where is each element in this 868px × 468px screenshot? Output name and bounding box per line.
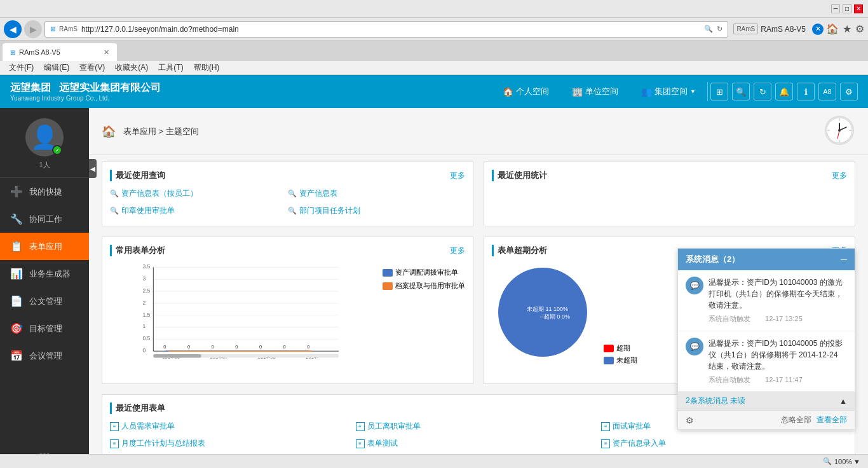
bar-chart-svg: 3.5 3 2.5 2 1.5 1 0.5 0 [110,261,376,363]
form-item-1[interactable]: ≡ 员工离职审批单 [356,419,602,434]
recent-query-title: 最近使用查询 [110,170,165,181]
form-item-3[interactable]: ≡ 月度工作计划与总结报表 [110,436,356,451]
menu-file[interactable]: 文件(F) [4,62,39,73]
personal-space-nav[interactable]: 🏠 个人空间 [494,82,558,101]
form-item-4[interactable]: ≡ 表单测试 [356,436,602,451]
form-icon-2: ≡ [601,422,610,431]
info-tool-icon[interactable]: ℹ [797,83,815,100]
sidebar-item-xietong[interactable]: 🔧 协同工作 [0,205,89,233]
xietong-label: 协同工作 [29,214,62,225]
sidebar-item-gongwen[interactable]: 📄 公文管理 [0,287,89,315]
active-tab[interactable]: ⊞ RAmS A8-V5 ✕ [3,43,117,61]
forward-button[interactable]: ▶ [24,20,42,38]
home-browser-icon[interactable]: 🏠 [826,23,839,35]
sys-msg-avatar-0: 💬 [686,277,703,294]
address-bar[interactable]: ⊞ RAmS http://127.0.0.1/seeyon/main.do?m… [44,21,728,38]
chart-more[interactable]: 更多 [450,245,465,256]
app-main: 👤 ✓ 1人 ◀ ➕ 我的快捷 🔧 协同工作 📋 [0,108,868,468]
bell-tool-icon[interactable]: 🔔 [775,83,793,100]
favorites-icon[interactable]: ★ [843,23,851,35]
sidebar-toggle[interactable]: ◀ [89,159,97,178]
svg-text:3.5: 3.5 [142,263,150,270]
menu-help[interactable]: 帮助(H) [189,62,225,73]
form-icon-1: ≡ [356,422,365,431]
sys-msg-meta-1: 系统自动触发 12-17 11:47 [709,375,847,385]
tab-favicon-label: RAmS [733,24,758,34]
refresh-tool-icon[interactable]: ↻ [754,83,771,100]
status-bar: 🔍 100% ▼ [0,454,868,468]
a8-tool-icon[interactable]: A8 [818,83,836,100]
tab-close-icon[interactable]: ✕ [104,48,109,57]
recent-query-more[interactable]: 更多 [450,170,465,181]
sys-msg-unread-count: 2条系统消息 未读 [686,396,745,406]
svg-text:2: 2 [142,299,146,306]
yewu-label: 业务生成器 [29,268,71,280]
online-indicator: ✓ [52,145,62,155]
gongwen-label: 公文管理 [29,296,62,307]
biaodan-label: 表单应用 [29,241,62,252]
query-item-2[interactable]: 🔍 印章使用审批单 [110,203,288,218]
zoom-level: 100% [834,458,852,465]
grid-tool-icon[interactable]: ⊞ [710,83,728,100]
unit-space-nav[interactable]: 🏢 单位空间 [563,82,627,101]
search-tool-icon[interactable]: 🔍 [732,83,750,100]
svg-text:0: 0 [307,344,309,350]
sys-msg-close-button[interactable]: ─ [841,254,847,265]
menu-tools[interactable]: 工具(T) [153,62,188,73]
query-label-0: 资产信息表（按员工） [121,188,198,199]
svg-text:0: 0 [163,344,166,350]
sys-msg-content-1: 温馨提示：资产ID为 101040005 的投影仪（共1台）的保修期将于 201… [709,338,847,385]
recent-forms-title: 最近使用表单 [110,403,165,414]
sys-msg-ignore-button[interactable]: 忽略全部 [781,415,811,425]
breadcrumb-home-icon[interactable]: 🏠 [102,125,116,139]
recent-query-section: 最近使用查询 更多 🔍 资产信息表（按员工） 🔍 资产信息表 [102,162,473,226]
sys-msg-avatar-icon-1: 💬 [690,342,700,351]
group-space-label: 集团空间 [654,86,688,97]
close-tab-button[interactable]: ✕ [812,24,824,35]
close-button[interactable]: ✕ [854,4,863,13]
svg-text:未超期 11 100%: 未超期 11 100% [527,306,568,312]
sidebar-item-mubiao[interactable]: 🎯 目标管理 [0,315,89,342]
sys-msg-avatar-1: 💬 [686,338,703,355]
maximize-button[interactable]: □ [843,4,851,13]
menu-favorites[interactable]: 收藏夹(A) [110,62,153,73]
svg-text:0: 0 [259,344,262,350]
zoom-chevron[interactable]: ▼ [853,458,860,465]
biaodan-icon: 📋 [10,240,23,252]
sys-msg-expand-icon[interactable]: ▲ [839,397,847,406]
form-item-0[interactable]: ≡ 人员需求审批单 [110,419,356,434]
svg-point-40 [498,268,587,357]
form-item-5[interactable]: ≡ 资产信息录入单 [601,436,847,451]
minimize-button[interactable]: ─ [831,4,840,13]
sys-msg-text-0: 温馨提示：资产ID为 101040003 的激光打印机（共1台）的保修期在今天结… [709,277,847,311]
sys-msg-avatar-icon-0: 💬 [690,281,700,290]
sidebar-item-biaodan[interactable]: 📋 表单应用 [0,233,89,260]
settings-tool-icon[interactable]: ⚙ [840,83,858,100]
pie-legend-color-expired [604,345,614,352]
settings-browser-icon[interactable]: ⚙ [855,23,864,35]
gongwen-icon: 📄 [10,295,23,307]
svg-text:0: 0 [235,344,238,350]
recent-stats-more[interactable]: 更多 [832,170,847,181]
svg-text:0.5: 0.5 [142,335,150,341]
form-icon-0: ≡ [110,422,119,431]
sys-msg-view-button[interactable]: 查看全部 [817,415,847,425]
sidebar-item-huiyi[interactable]: 📅 会议管理 [0,342,89,369]
mubiao-label: 目标管理 [29,323,62,334]
refresh-icon[interactable]: ↻ [717,25,722,33]
group-space-nav[interactable]: 👥 集团空间 ▼ [632,82,705,101]
menu-view[interactable]: 查看(V) [74,62,110,73]
query-label-3: 部门项目任务计划 [299,205,360,216]
query-item-3[interactable]: 🔍 部门项目任务计划 [288,203,466,218]
menu-edit[interactable]: 编辑(E) [39,62,74,73]
svg-point-9 [838,129,841,132]
back-button[interactable]: ◀ [4,20,22,38]
sidebar-item-kuaijie[interactable]: ➕ 我的快捷 [0,178,89,205]
query-item-0[interactable]: 🔍 资产信息表（按员工） [110,186,288,201]
header-divider [707,82,708,101]
recent-stats-title: 最近使用统计 [492,170,547,181]
sidebar-item-yewu[interactable]: 📊 业务生成器 [0,260,89,287]
sys-msg-gear-icon[interactable]: ⚙ [686,415,694,425]
pie-legend-unexpired: 未超期 [604,355,637,365]
query-item-1[interactable]: 🔍 资产信息表 [288,186,466,201]
